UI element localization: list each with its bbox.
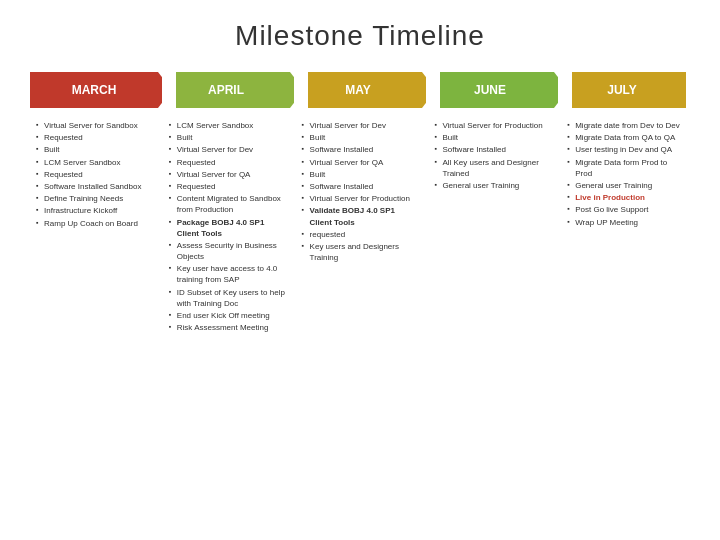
list-item: Risk Assessment Meeting: [169, 322, 286, 333]
april-list: LCM Server Sandbox Built Virtual Server …: [169, 120, 286, 333]
list-item: Built: [169, 132, 286, 143]
list-item: Virtual Server for Production: [434, 120, 551, 131]
list-item: Validate BOBJ 4.0 SP1 Client Tools: [302, 205, 419, 227]
list-item: Requested: [169, 157, 286, 168]
list-item: Built: [434, 132, 551, 143]
list-item: Key user have access to 4.0 training fro…: [169, 263, 286, 285]
list-item: Virtual Server for Sandbox: [36, 120, 153, 131]
list-item: General user Training: [434, 180, 551, 191]
list-item: Virtual Server for Dev: [302, 120, 419, 131]
list-item: Post Go live Support: [567, 204, 684, 215]
list-item: Live in Production: [567, 192, 684, 203]
list-item: User testing in Dev and QA: [567, 144, 684, 155]
list-item: LCM Server Sandbox: [36, 157, 153, 168]
list-item: Built: [36, 144, 153, 155]
list-item: Virtual Server for QA: [169, 169, 286, 180]
content-april: LCM Server Sandbox Built Virtual Server …: [163, 116, 292, 338]
list-item: Ramp Up Coach on Board: [36, 218, 153, 229]
content-may: Virtual Server for Dev Built Software In…: [296, 116, 425, 268]
list-item: Requested: [36, 169, 153, 180]
list-item: Migrate Data form Prod to Prod: [567, 157, 684, 179]
list-item: LCM Server Sandbox: [169, 120, 286, 131]
list-item: Virtual Server for Dev: [169, 144, 286, 155]
list-item: Key users and Designers Training: [302, 241, 419, 263]
header-april: APRIL: [162, 72, 290, 108]
timeline: MARCH APRIL MAY JUNE JULY Virtual Server…: [30, 72, 690, 338]
content-row: Virtual Server for Sandbox Requested Bui…: [30, 116, 690, 338]
list-item: Virtual Server for Production: [302, 193, 419, 204]
header-march: MARCH: [30, 72, 158, 108]
list-item: Software Installed: [302, 144, 419, 155]
list-item: Requested: [36, 132, 153, 143]
content-july: Migrate date from Dev to Dev Migrate Dat…: [561, 116, 690, 233]
page-title: Milestone Timeline: [30, 20, 690, 52]
list-item: Software Installed Sandbox: [36, 181, 153, 192]
content-march: Virtual Server for Sandbox Requested Bui…: [30, 116, 159, 234]
list-item: requested: [302, 229, 419, 240]
list-item: Software Installed: [434, 144, 551, 155]
list-item: Wrap UP Meeting: [567, 217, 684, 228]
july-list: Migrate date from Dev to Dev Migrate Dat…: [567, 120, 684, 228]
list-item: Built: [302, 132, 419, 143]
content-june: Virtual Server for Production Built Soft…: [428, 116, 557, 196]
header-june: JUNE: [426, 72, 554, 108]
march-list: Virtual Server for Sandbox Requested Bui…: [36, 120, 153, 229]
list-item: Requested: [169, 181, 286, 192]
list-item: Virtual Server for QA: [302, 157, 419, 168]
list-item: All Key users and Designer Trained: [434, 157, 551, 179]
may-list: Virtual Server for Dev Built Software In…: [302, 120, 419, 263]
list-item: Built: [302, 169, 419, 180]
list-item: Define Training Needs: [36, 193, 153, 204]
list-item: Migrate Data from QA to QA: [567, 132, 684, 143]
list-item: Infrastructure Kickoff: [36, 205, 153, 216]
list-item: Package BOBJ 4.0 SP1 Client Tools: [169, 217, 286, 239]
arrow-row: MARCH APRIL MAY JUNE JULY: [30, 72, 690, 108]
list-item: Software Installed: [302, 181, 419, 192]
page: Milestone Timeline MARCH APRIL MAY JUNE …: [0, 0, 720, 540]
list-item: Assess Security in Business Objects: [169, 240, 286, 262]
list-item: End user Kick Off meeting: [169, 310, 286, 321]
june-list: Virtual Server for Production Built Soft…: [434, 120, 551, 191]
list-item: General user Training: [567, 180, 684, 191]
list-item: Migrate date from Dev to Dev: [567, 120, 684, 131]
header-july: JULY: [558, 72, 686, 108]
list-item: Content Migrated to Sandbox from Product…: [169, 193, 286, 215]
list-item: ID Subset of Key users to help with Trai…: [169, 287, 286, 309]
header-may: MAY: [294, 72, 422, 108]
